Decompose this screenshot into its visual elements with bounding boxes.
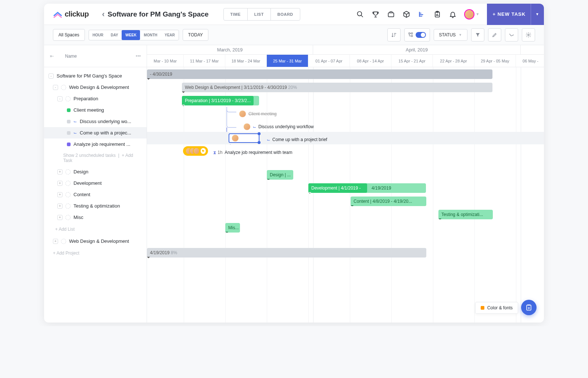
- week-header[interactable]: Mar - 10 Mar: [147, 55, 184, 67]
- gantt-bar-design[interactable]: Design | ...: [267, 170, 293, 180]
- tab-list[interactable]: LIST: [248, 8, 271, 20]
- tree-space[interactable]: - Software for PM Gang's Space: [44, 70, 147, 82]
- gantt-bar-project[interactable]: Web Design & Development | 3/11/2019 - 4…: [182, 83, 492, 92]
- chevron-left-icon[interactable]: ‹: [102, 10, 104, 19]
- tree-task-brief[interactable]: ⌙ Come up with a projec...: [44, 127, 147, 138]
- collapse-sidebar-icon[interactable]: ⇤: [50, 53, 54, 59]
- gantt-card-brief[interactable]: [229, 133, 259, 143]
- week-header[interactable]: 18 Mar - 24 Mar: [225, 55, 267, 67]
- svg-rect-6: [411, 35, 413, 37]
- collapse-icon[interactable]: -: [53, 85, 58, 90]
- collapse-icon[interactable]: -: [49, 73, 54, 79]
- gantt-bar-project-2[interactable]: 4/19/2019 8%: [147, 248, 426, 258]
- logo[interactable]: clickup: [53, 10, 89, 19]
- expand-icon[interactable]: +: [57, 192, 62, 197]
- tab-time[interactable]: TIME: [224, 8, 248, 20]
- tree-list-content[interactable]: + Content: [44, 189, 147, 200]
- filter-button[interactable]: [471, 28, 484, 42]
- tree-list-testing[interactable]: + Testing & optimization: [44, 200, 147, 212]
- zoom-hour[interactable]: HOUR: [89, 30, 107, 40]
- week-header[interactable]: 29 Apr - 05 May: [474, 55, 516, 67]
- task-label: Client meeting: [248, 111, 277, 116]
- zoom-week[interactable]: WEEK: [122, 30, 140, 40]
- tree-list-misc[interactable]: + Misc: [44, 212, 147, 223]
- tab-board[interactable]: BOARD: [271, 8, 300, 20]
- gantt-bar-development[interactable]: Development | 4/1/2019 -: [308, 183, 367, 193]
- tree-task-client-meeting[interactable]: Client meeting: [44, 104, 147, 116]
- gantt-row-analyze[interactable]: ⧗ 1h Analyze job requirement with team: [212, 146, 544, 159]
- assignee-avatar: [239, 110, 246, 118]
- user-menu[interactable]: ▼: [464, 9, 480, 19]
- box-icon[interactable]: [402, 10, 410, 18]
- bar-label: Content | 4/8/2019 - 4/19/20...: [354, 199, 412, 204]
- tree-task-analyze[interactable]: Analyze job requirement ...: [44, 138, 147, 150]
- gantt-bar-preparation[interactable]: Preparation | 3/11/2019 - 3/23/2...: [182, 96, 254, 105]
- drag-handle[interactable]: [258, 141, 261, 144]
- status-dropdown[interactable]: STATUS ▼: [434, 29, 467, 41]
- all-spaces-button[interactable]: All Spaces: [53, 29, 85, 41]
- briefcase-icon[interactable]: [387, 10, 395, 18]
- week-header[interactable]: 11 Mar - 17 Mar: [184, 55, 225, 67]
- path-button[interactable]: [505, 28, 518, 42]
- gantt-bar-misc[interactable]: Mis...: [225, 223, 240, 233]
- tree-project-2[interactable]: + Web Design & Development: [44, 235, 147, 247]
- bar-label-end: 4/19/2019: [372, 186, 391, 191]
- week-header[interactable]: 15 Apr - 21 Apr: [391, 55, 433, 67]
- subtask-icon: ⌙: [74, 130, 77, 135]
- clipboard-icon[interactable]: [433, 10, 441, 18]
- zoom-day[interactable]: DAY: [107, 30, 122, 40]
- notepad-fab[interactable]: [521, 300, 537, 315]
- gantt-row-client-meeting[interactable]: Client meeting: [239, 108, 544, 120]
- new-task-button[interactable]: + NEW TASK ▼: [487, 4, 544, 25]
- gantt-pill-analyze[interactable]: ⚑: [183, 146, 208, 156]
- add-project-link[interactable]: + Add Project: [44, 247, 147, 259]
- status-circle-icon: [65, 204, 71, 209]
- gantt-row-brief[interactable]: ⌙ Come up with a project brief: [265, 133, 544, 146]
- week-header-active[interactable]: 25 Mar - 31 Mar: [267, 55, 308, 67]
- notepad-icon: [525, 304, 533, 311]
- drag-handle[interactable]: [258, 132, 261, 135]
- tree-project[interactable]: - Web Design & Development: [44, 82, 147, 93]
- settings-button[interactable]: [522, 28, 535, 42]
- search-icon[interactable]: [356, 10, 364, 18]
- new-task-label: + NEW TASK: [493, 11, 526, 17]
- sort-button[interactable]: [387, 28, 401, 42]
- today-button[interactable]: TODAY: [183, 29, 208, 41]
- more-icon[interactable]: •••: [136, 53, 141, 59]
- expand-icon[interactable]: +: [53, 239, 58, 244]
- week-header[interactable]: 08 Apr - 14 Apr: [350, 55, 391, 67]
- add-list-link[interactable]: + Add List: [44, 223, 147, 235]
- trophy-icon[interactable]: [372, 10, 380, 18]
- tree-list-development[interactable]: + Development: [44, 177, 147, 189]
- zoom-year[interactable]: YEAR: [161, 30, 179, 40]
- hierarchy-toggle[interactable]: [404, 28, 430, 42]
- color-fonts-pill[interactable]: Color & fonts: [475, 302, 518, 314]
- gantt-icon[interactable]: [418, 10, 426, 18]
- collapse-icon[interactable]: -: [57, 96, 62, 101]
- name-column-header: Name: [65, 54, 77, 59]
- gantt-bar-space[interactable]: - 4/30/2019: [147, 69, 492, 79]
- expand-icon[interactable]: +: [57, 215, 62, 220]
- new-task-dropdown[interactable]: ▼: [531, 4, 544, 25]
- gantt-bar-content[interactable]: Content | 4/8/2019 - 4/19/20...: [351, 197, 426, 206]
- gantt-bar-testing[interactable]: Testing & optimizati...: [438, 210, 493, 219]
- view-tabs: TIME LIST BOARD: [223, 8, 300, 21]
- week-header[interactable]: 01 Apr - 07 Apr: [308, 55, 350, 67]
- week-header[interactable]: 06 May -: [516, 55, 544, 67]
- expand-icon[interactable]: +: [57, 169, 62, 174]
- bar-label: Design | ...: [270, 172, 291, 177]
- bell-icon[interactable]: [449, 10, 457, 18]
- unscheduled-link[interactable]: Show 2 unscheduled tasks | + Add Task: [44, 150, 147, 166]
- expand-icon[interactable]: +: [57, 181, 62, 186]
- bar-label: Preparation | 3/11/2019 - 3/23/2...: [185, 98, 251, 103]
- tree-list-design[interactable]: + Design: [44, 166, 147, 177]
- zoom-month[interactable]: MONTH: [140, 30, 161, 40]
- pencil-button[interactable]: [488, 28, 501, 42]
- gantt-row-discuss[interactable]: ⌙ Discuss underlying workflow: [243, 120, 544, 133]
- expand-icon[interactable]: +: [57, 204, 62, 209]
- week-header[interactable]: 22 Apr - 28 Apr: [433, 55, 474, 67]
- breadcrumb[interactable]: ‹ Software for PM Gang's Space: [102, 10, 208, 19]
- tree-task-discuss[interactable]: ⌙ Discuss underlying wo...: [44, 116, 147, 127]
- month-header: March, 2019: [147, 45, 313, 54]
- tree-list-preparation[interactable]: - Preparation: [44, 93, 147, 104]
